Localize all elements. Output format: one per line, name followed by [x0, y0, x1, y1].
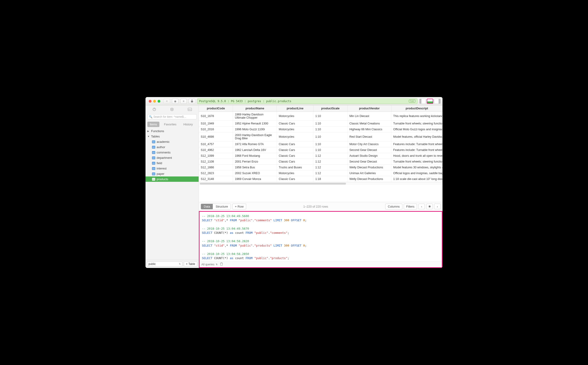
cell[interactable]: 1:18 [313, 176, 347, 182]
cell[interactable]: S10_4698 [199, 132, 233, 141]
cell[interactable]: Model features, official Harley Davidson… [391, 132, 442, 141]
cell[interactable]: Motorcycles [277, 112, 313, 121]
cell[interactable]: Hood, doors and trunk all open to reveal… [391, 153, 442, 159]
table-row[interactable]: S10_20161996 Moto Guzzi 1100iMotorcycles… [199, 126, 443, 132]
table-row[interactable]: S12_11082001 Ferrari EnzoClassic Cars1:1… [199, 159, 443, 165]
cell[interactable]: Official logos and insignias, saddle bag… [391, 170, 442, 176]
table-row[interactable]: S10_19491952 Alpine Renault 1300Classic … [199, 121, 443, 126]
zoom-window-button[interactable] [157, 100, 160, 103]
sidebar-table-interest[interactable]: interest [145, 166, 199, 171]
cell[interactable]: 1969 Corvair Monza [233, 176, 277, 182]
table-row[interactable]: S12_16661958 Setra BusTrucks and Buses1:… [199, 165, 443, 170]
horizontal-scrollbar[interactable] [199, 182, 443, 185]
query-log[interactable]: -- 2018-10-25 13:04:49.5600 SELECT "ctid… [199, 212, 442, 261]
cell[interactable]: 1996 Moto Guzzi 1100i [233, 126, 277, 132]
cell[interactable]: S12_2823 [199, 170, 233, 176]
tree-tables[interactable]: ▼Tables [145, 134, 199, 139]
sidebar-table-paper[interactable]: paper [145, 171, 199, 176]
cell[interactable]: 1952 Alpine Renault 1300 [233, 121, 277, 126]
close-window-button[interactable] [149, 100, 151, 103]
columns-button[interactable]: Columns [385, 204, 402, 210]
sidebar-table-comments[interactable]: comments [145, 150, 199, 155]
cell[interactable]: 1969 Harley Davidson Ultimate Chopper [233, 112, 277, 121]
cell[interactable]: S12_3148 [199, 176, 233, 182]
cell[interactable]: Classic Cars [277, 147, 313, 153]
cell[interactable]: 1:10 [313, 121, 347, 126]
cell[interactable]: Trucks and Buses [277, 165, 313, 170]
tab-history[interactable]: History [181, 122, 195, 127]
table-row[interactable]: S10_46982003 Harley-Davidson Eagle Drag … [199, 132, 443, 141]
cell[interactable]: 1:12 [313, 165, 347, 170]
column-header[interactable]: productLine [277, 105, 313, 112]
sidebar-table-products[interactable]: products [145, 176, 199, 182]
sidebar-table-author[interactable]: author [145, 144, 199, 150]
column-header[interactable]: productCode [199, 105, 233, 112]
cell[interactable]: Min Lin Diecast [347, 112, 391, 121]
tab-favorites[interactable]: Favorites [162, 122, 179, 127]
cell[interactable]: Classic Cars [277, 141, 313, 147]
cell[interactable]: Second Gear Diecast [347, 147, 391, 153]
cell[interactable]: 1:10 [313, 141, 347, 147]
tab-items[interactable]: Items [147, 122, 159, 127]
cell[interactable]: S10_1678 [199, 112, 233, 121]
sql-icon[interactable]: SQL [187, 107, 192, 112]
cell[interactable]: S10_1949 [199, 121, 233, 126]
filters-button[interactable]: Filters [404, 204, 417, 210]
add-table-button[interactable]: +Table [184, 261, 197, 267]
cell[interactable]: 2003 Harley-Davidson Eagle Drag Bike [233, 132, 277, 141]
next-page-button[interactable]: › [434, 204, 441, 209]
cell[interactable]: 1:18 scale die-cast about 10" long doors… [391, 176, 442, 182]
cell[interactable]: Official Moto Guzzi logos and insignias,… [391, 126, 442, 132]
cell[interactable]: Classic Cars [277, 159, 313, 165]
table-row[interactable]: S12_28232002 Suzuki XREOMotorcycles1:12U… [199, 170, 443, 176]
cell[interactable]: This replica features working kickstand,… [391, 112, 442, 121]
sidebar-table-academic[interactable]: academic [145, 139, 199, 144]
cell[interactable]: 1:10 [313, 147, 347, 153]
cell[interactable]: Welly Diecast Productions [347, 165, 391, 170]
menu-button[interactable]: ≡ [180, 99, 187, 104]
sidebar-search[interactable]: 🔍 Search for item: ^name$… [147, 114, 197, 119]
table-row[interactable]: S10_16781969 Harley Davidson Ultimate Ch… [199, 112, 443, 121]
cell[interactable]: 2001 Ferrari Enzo [233, 159, 277, 165]
cell[interactable]: Model features 30 windows, skylights & g… [391, 165, 442, 170]
log-filter-selector[interactable]: All queries⇅ [201, 263, 218, 266]
cell[interactable]: Second Gear Diecast [347, 159, 391, 165]
cell[interactable]: 1958 Setra Bus [233, 165, 277, 170]
reveal-button[interactable]: ◉ [172, 99, 178, 104]
cell[interactable]: Motorcycles [277, 170, 313, 176]
clear-log-button[interactable] [220, 262, 223, 266]
column-header[interactable]: productVendor [347, 105, 391, 112]
panel-bottom-toggle[interactable] [427, 99, 433, 104]
cell[interactable]: Highway 66 Mini Classics [347, 126, 391, 132]
table-row[interactable]: S12_10991968 Ford MustangClassic Cars1:1… [199, 153, 443, 159]
cell[interactable]: Classic Cars [277, 176, 313, 182]
cell[interactable]: Turnable front wheels; steering function… [391, 159, 442, 165]
cell[interactable]: Motorcycles [277, 126, 313, 132]
column-header[interactable]: productName [233, 105, 277, 112]
data-tab[interactable]: Data [201, 204, 213, 209]
cell[interactable]: 1:12 [313, 159, 347, 165]
database-icon[interactable] [169, 107, 175, 112]
structure-tab[interactable]: Structure [213, 204, 231, 209]
cell[interactable]: Motor City Art Classics [347, 141, 391, 147]
table-row[interactable]: S10_47571972 Alfa Romeo GTAClassic Cars1… [199, 141, 443, 147]
cell[interactable]: Autoart Studio Design [347, 153, 391, 159]
stop-button[interactable]: ✕ [164, 99, 170, 104]
cell[interactable]: S12_1108 [199, 159, 233, 165]
cell[interactable]: Features include: Turnable front wheels;… [391, 147, 442, 153]
cell[interactable]: 1:10 [313, 132, 347, 141]
minimize-window-button[interactable] [153, 100, 156, 103]
cell[interactable]: S10_2016 [199, 126, 233, 132]
cell[interactable]: Classic Metal Creations [347, 121, 391, 126]
cell[interactable]: Turnable front wheels; steering function… [391, 121, 442, 126]
add-row-button[interactable]: +Row [232, 204, 246, 210]
sidebar-table-field[interactable]: field [145, 161, 199, 166]
cell[interactable]: S12_1099 [199, 153, 233, 159]
sidebar-table-department[interactable]: department [145, 155, 199, 161]
connection-path[interactable]: PostgreSQL 9.5.0 : PG 5433 : postgres : … [197, 98, 417, 104]
power-icon[interactable] [152, 107, 157, 112]
cell[interactable]: 1:10 [313, 126, 347, 132]
cell[interactable]: S10_4757 [199, 141, 233, 147]
cell[interactable]: S10_4962 [199, 147, 233, 153]
panel-left-toggle[interactable] [419, 99, 426, 104]
